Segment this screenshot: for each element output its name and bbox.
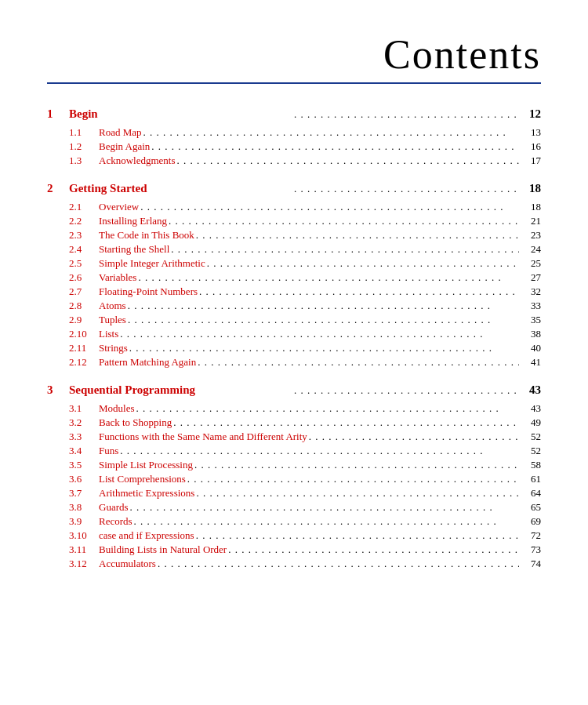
entry-2-9-num: 2.9 xyxy=(69,314,99,326)
entry-1-1-title: Road Map xyxy=(99,126,142,139)
entry-3-12-row: 3.12Accumulators74 xyxy=(47,558,541,571)
toc-container: 1Begin121.1Road Map131.2Begin Again161.3… xyxy=(47,107,541,571)
entry-2-6-row: 2.6Variables27 xyxy=(47,271,541,285)
chapter-2-num: 2 xyxy=(47,182,69,195)
entry-3-3-num: 3.3 xyxy=(69,431,99,443)
entry-3-9-page: 69 xyxy=(519,515,541,528)
entry-2-11-title: Strings xyxy=(99,342,128,354)
entry-2-1-page: 18 xyxy=(519,201,541,213)
entry-2-8-num: 2.8 xyxy=(69,300,99,312)
entry-3-4-row: 3.4Funs52 xyxy=(47,445,541,458)
entry-3-6-title: List Comprehensions xyxy=(99,473,186,485)
entry-3-3-dots xyxy=(307,431,519,444)
entry-3-3-row: 3.3Functions with the Same Name and Diff… xyxy=(47,431,541,444)
entry-3-4-title: Funs xyxy=(99,445,118,457)
entry-2-4-page: 24 xyxy=(519,243,541,256)
entry-3-1-row: 3.1Modules43 xyxy=(47,402,541,416)
entry-2-5-row: 2.5Simple Integer Arithmetic25 xyxy=(47,257,541,271)
entry-2-8-row: 2.8Atoms33 xyxy=(47,300,541,313)
entry-2-6-dots xyxy=(136,271,519,285)
entry-3-8-num: 3.8 xyxy=(69,501,99,514)
chapter-1-section: 1Begin121.1Road Map131.2Begin Again161.3… xyxy=(47,107,541,168)
chapter-1-title: Begin xyxy=(69,107,292,121)
chapter-1-page: 12 xyxy=(519,107,541,121)
entry-2-12-title: Pattern Matching Again xyxy=(99,356,196,369)
entry-2-5-dots xyxy=(205,257,519,271)
entry-1-2-page: 16 xyxy=(519,140,541,153)
entry-2-6-title: Variables xyxy=(99,271,136,284)
entry-3-12-title: Accumulators xyxy=(99,558,156,570)
entry-1-1-num: 1.1 xyxy=(69,126,99,139)
entry-3-4-page: 52 xyxy=(519,445,541,457)
entry-2-12-num: 2.12 xyxy=(69,356,99,369)
entry-3-1-page: 43 xyxy=(519,402,541,415)
entry-2-9-dots xyxy=(126,314,519,327)
entry-3-9-dots xyxy=(132,515,519,529)
entry-1-3-dots xyxy=(175,154,519,168)
entry-3-9-row: 3.9Records69 xyxy=(47,515,541,529)
entry-2-5-page: 25 xyxy=(519,257,541,270)
entry-2-1-dots xyxy=(139,201,519,214)
entry-3-11-dots xyxy=(227,543,519,557)
entry-1-1-page: 13 xyxy=(519,126,541,139)
entry-2-7-num: 2.7 xyxy=(69,285,99,298)
entry-2-2-page: 21 xyxy=(519,215,541,227)
entry-2-10-num: 2.10 xyxy=(69,328,99,340)
entry-3-6-row: 3.6List Comprehensions61 xyxy=(47,473,541,486)
entry-3-7-dots xyxy=(194,487,519,500)
entry-2-5-num: 2.5 xyxy=(69,257,99,270)
entry-2-1-title: Overview xyxy=(99,201,139,213)
entry-2-6-num: 2.6 xyxy=(69,271,99,284)
entry-3-11-title: Building Lists in Natural Order xyxy=(99,543,227,556)
entry-3-5-title: Simple List Processing xyxy=(99,459,193,471)
entry-2-1-num: 2.1 xyxy=(69,201,99,213)
entry-3-7-row: 3.7Arithmetic Expressions64 xyxy=(47,487,541,500)
entry-3-4-dots xyxy=(118,445,519,458)
chapter-3-section: 3Sequential Programming433.1Modules433.2… xyxy=(47,383,541,571)
entry-2-6-page: 27 xyxy=(519,271,541,284)
entry-3-6-num: 3.6 xyxy=(69,473,99,485)
chapter-2-page: 18 xyxy=(519,182,541,195)
entry-2-1-row: 2.1Overview18 xyxy=(47,201,541,214)
entry-2-8-title: Atoms xyxy=(99,300,126,312)
entry-2-3-title: The Code in This Book xyxy=(99,229,194,242)
entry-1-3-num: 1.3 xyxy=(69,154,99,167)
entry-3-9-num: 3.9 xyxy=(69,515,99,528)
entry-2-7-title: Floating-Point Numbers xyxy=(99,285,198,298)
entry-3-10-title: case and if Expressions xyxy=(99,529,194,542)
entry-3-1-title: Modules xyxy=(99,402,135,415)
entry-2-4-num: 2.4 xyxy=(69,243,99,256)
entry-3-3-page: 52 xyxy=(519,431,541,443)
entry-2-8-dots xyxy=(126,300,519,313)
entry-3-12-num: 3.12 xyxy=(69,558,99,570)
entry-3-2-page: 49 xyxy=(519,416,541,429)
entry-3-7-title: Arithmetic Expressions xyxy=(99,487,194,500)
entry-2-9-title: Tuples xyxy=(99,314,126,326)
entry-2-4-title: Starting the Shell xyxy=(99,243,169,256)
entry-2-11-page: 40 xyxy=(519,342,541,354)
entry-3-8-row: 3.8Guards65 xyxy=(47,501,541,514)
entry-3-2-row: 3.2Back to Shopping49 xyxy=(47,416,541,430)
entry-1-2-title: Begin Again xyxy=(99,140,150,153)
entry-2-12-row: 2.12Pattern Matching Again41 xyxy=(47,356,541,369)
entry-1-1-dots xyxy=(142,126,519,140)
entry-3-8-title: Guards xyxy=(99,501,129,514)
entry-3-1-dots xyxy=(135,402,520,416)
chapter-2-section: 2Getting Started182.1Overview182.2Instal… xyxy=(47,182,541,369)
entry-2-3-num: 2.3 xyxy=(69,229,99,242)
entry-3-8-dots xyxy=(129,501,519,514)
entry-2-3-page: 23 xyxy=(519,229,541,242)
chapter-3-page: 43 xyxy=(519,383,541,397)
chapter-3-dots xyxy=(292,384,519,398)
entry-1-1-row: 1.1Road Map13 xyxy=(47,126,541,140)
chapter-1-row: 1Begin12 xyxy=(47,107,541,122)
entry-3-5-dots xyxy=(193,459,519,472)
entry-2-7-dots xyxy=(198,285,519,299)
entry-3-7-page: 64 xyxy=(519,487,541,500)
entry-3-6-dots xyxy=(186,473,519,486)
entry-3-3-title: Functions with the Same Name and Differe… xyxy=(99,431,307,443)
entry-2-2-title: Installing Erlang xyxy=(99,215,167,227)
entry-2-9-page: 35 xyxy=(519,314,541,326)
entry-3-12-dots xyxy=(156,558,519,571)
chapter-2-dots xyxy=(292,183,519,196)
